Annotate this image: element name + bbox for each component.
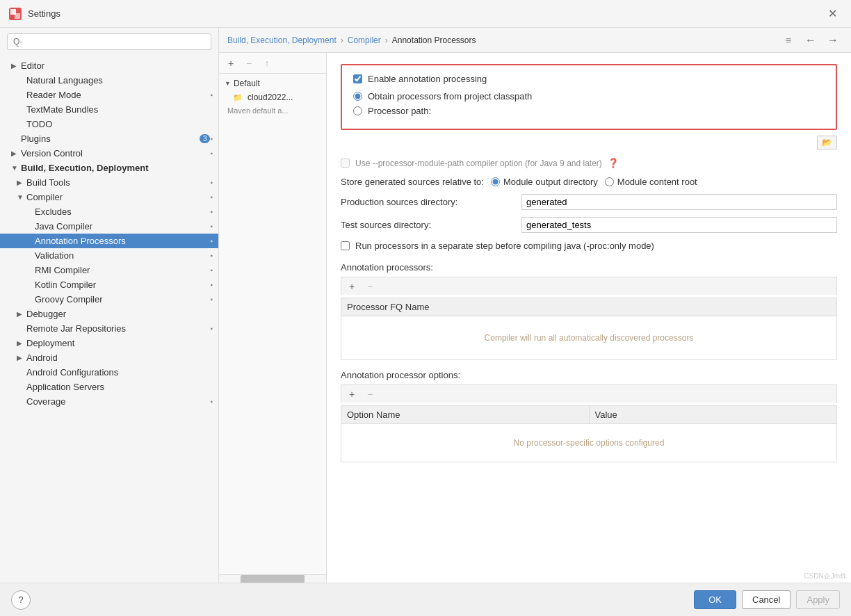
add-option-button[interactable]: + [344, 387, 359, 402]
sidebar-item-annotation-processors[interactable]: Annotation Processors ▪ [0, 234, 218, 248]
ok-button[interactable]: OK [694, 590, 736, 609]
module-output-radio[interactable] [491, 177, 500, 186]
processor-fq-name-header: Processor FQ Name [341, 298, 836, 316]
sidebar-label-natural-languages: Natural Languages [26, 75, 213, 86]
sidebar-item-compiler[interactable]: ▼ Compiler ▪ [0, 190, 218, 204]
sidebar-item-version-control[interactable]: ▶ Version Control ▪ [0, 146, 218, 161]
sidebar-item-build-tools[interactable]: ▶ Build Tools ▪ [0, 175, 218, 190]
obtain-from-classpath-row: Obtain processors from project classpath [353, 91, 825, 102]
sidebar-item-build-exec-deploy[interactable]: ▼ Build, Execution, Deployment [0, 161, 218, 175]
breadcrumb-part-1[interactable]: Build, Execution, Deployment [227, 35, 337, 45]
module-tree: ▼ Default 📁 cloud2022... Maven default a… [219, 74, 326, 574]
enable-annotation-checkbox[interactable] [353, 74, 362, 83]
settings-icon-build-tools: ▪ [210, 179, 213, 186]
processor-path-radio[interactable] [353, 106, 362, 115]
production-sources-input[interactable] [521, 194, 837, 210]
help-icon[interactable]: ❓ [608, 158, 619, 168]
sidebar-label-debugger: Debugger [26, 309, 213, 319]
sidebar-item-java-compiler[interactable]: Java Compiler ▪ [0, 219, 218, 234]
apply-button[interactable]: Apply [796, 590, 840, 609]
sidebar-item-deployment[interactable]: ▶ Deployment [0, 336, 218, 350]
close-button[interactable]: ✕ [822, 4, 843, 23]
sidebar-label-editor: Editor [21, 60, 213, 71]
processor-module-path-row: Use --processor-module-path compiler opt… [341, 158, 837, 168]
module-item-default[interactable]: ▼ Default [219, 76, 326, 90]
sidebar-label-validation: Validation [35, 250, 210, 261]
breadcrumb-bar: Build, Execution, Deployment › Compiler … [219, 28, 851, 53]
settings-icon-rmi-compiler: ▪ [210, 266, 213, 274]
sidebar-item-android-configs[interactable]: Android Configurations [0, 365, 218, 380]
remove-button[interactable]: − [241, 56, 257, 71]
breadcrumb-current: Annotation Processors [392, 35, 476, 45]
sidebar: ▶ Editor Natural Languages Reader Mode ▪… [0, 28, 219, 583]
sidebar-item-application-servers[interactable]: Application Servers [0, 380, 218, 394]
run-processors-checkbox[interactable] [341, 241, 350, 250]
sidebar-item-debugger[interactable]: ▶ Debugger [0, 307, 218, 321]
module-label-default: Default [234, 79, 260, 88]
add-processor-button[interactable]: + [344, 279, 359, 294]
module-content-radio[interactable] [605, 177, 614, 186]
tree-panel-toolbar: + − ↑ [219, 53, 326, 74]
svg-rect-2 [15, 13, 20, 19]
module-item-cloud2022[interactable]: 📁 cloud2022... [219, 90, 326, 104]
module-label-cloud2022: cloud2022... [248, 92, 293, 102]
settings-icon-coverage: ▪ [210, 398, 213, 405]
sidebar-item-kotlin-compiler[interactable]: Kotlin Compiler ▪ [0, 277, 218, 292]
annotation-processor-options-section-label: Annotation processor options: [341, 370, 837, 380]
search-box [0, 28, 218, 56]
annotation-options-toolbar: + − [341, 384, 837, 403]
breadcrumb-part-2[interactable]: Compiler [348, 35, 381, 45]
sidebar-label-compiler: Compiler [26, 192, 210, 202]
browse-button[interactable]: 📂 [817, 136, 837, 149]
breadcrumb-menu-icon[interactable]: ≡ [786, 35, 791, 46]
sidebar-label-build-tools: Build Tools [26, 177, 210, 188]
nav-back-button[interactable]: ← [801, 33, 820, 48]
settings-icon-version-control: ▪ [210, 149, 213, 157]
annotation-processors-toolbar: + − [341, 277, 837, 295]
sidebar-label-reader-mode: Reader Mode [26, 90, 210, 100]
remove-processor-button[interactable]: − [362, 279, 378, 294]
obtain-classpath-radio[interactable] [353, 92, 362, 101]
cancel-button[interactable]: Cancel [742, 590, 791, 609]
window-title: Settings [28, 8, 822, 19]
sidebar-item-todo[interactable]: TODO [0, 117, 218, 131]
sidebar-item-textmate-bundles[interactable]: TextMate Bundles [0, 102, 218, 117]
nav-forward-button[interactable]: → [823, 33, 843, 48]
remove-option-button[interactable]: − [362, 387, 378, 402]
split-container: + − ↑ ▼ Default 📁 cloud2022... Maven def… [219, 53, 851, 583]
sidebar-item-validation[interactable]: Validation ▪ [0, 248, 218, 263]
sidebar-label-rmi-compiler: RMI Compiler [35, 265, 210, 275]
sidebar-item-natural-languages[interactable]: Natural Languages [0, 73, 218, 88]
breadcrumb-sep-2: › [385, 35, 388, 45]
sidebar-label-coverage: Coverage [26, 396, 210, 407]
module-item-maven-default[interactable]: Maven default a... [219, 104, 326, 117]
help-button[interactable]: ? [11, 590, 31, 610]
no-options-msg: No processor-specific options configured [341, 424, 836, 462]
sidebar-item-editor[interactable]: ▶ Editor [0, 58, 218, 73]
proc-module-path-checkbox[interactable] [341, 159, 350, 168]
sidebar-item-plugins[interactable]: Plugins 3 ▪ [0, 131, 218, 146]
expand-arrow-editor: ▶ [11, 62, 21, 70]
move-up-button[interactable]: ↑ [259, 56, 275, 71]
settings-icon-groovy-compiler: ▪ [210, 295, 213, 303]
sidebar-item-rmi-compiler[interactable]: RMI Compiler ▪ [0, 263, 218, 277]
sidebar-label-textmate-bundles: TextMate Bundles [26, 104, 213, 115]
expand-tri-default: ▼ [225, 80, 231, 87]
add-button[interactable]: + [223, 56, 238, 71]
sidebar-item-android[interactable]: ▶ Android [0, 350, 218, 365]
processor-path-label: Processor path: [368, 106, 431, 116]
sidebar-item-coverage[interactable]: Coverage ▪ [0, 394, 218, 409]
sidebar-item-reader-mode[interactable]: Reader Mode ▪ [0, 88, 218, 102]
value-header: Value [590, 406, 837, 423]
sidebar-item-groovy-compiler[interactable]: Groovy Compiler ▪ [0, 292, 218, 307]
sidebar-item-remote-jar-repos[interactable]: Remote Jar Repositories ▪ [0, 321, 218, 336]
tree-scrollbar[interactable] [219, 574, 326, 583]
sidebar-label-version-control: Version Control [21, 148, 210, 159]
sidebar-item-excludes[interactable]: Excludes ▪ [0, 204, 218, 219]
annotation-options-table: Option Name Value No processor-specific … [341, 405, 837, 462]
proc-module-path-label: Use --processor-module-path compiler opt… [355, 159, 602, 168]
test-sources-input[interactable] [521, 217, 837, 233]
annotation-processors-section-label: Annotation processors: [341, 262, 837, 273]
watermark: CSDN企Jm炸 [800, 570, 851, 583]
search-input[interactable] [7, 33, 211, 50]
